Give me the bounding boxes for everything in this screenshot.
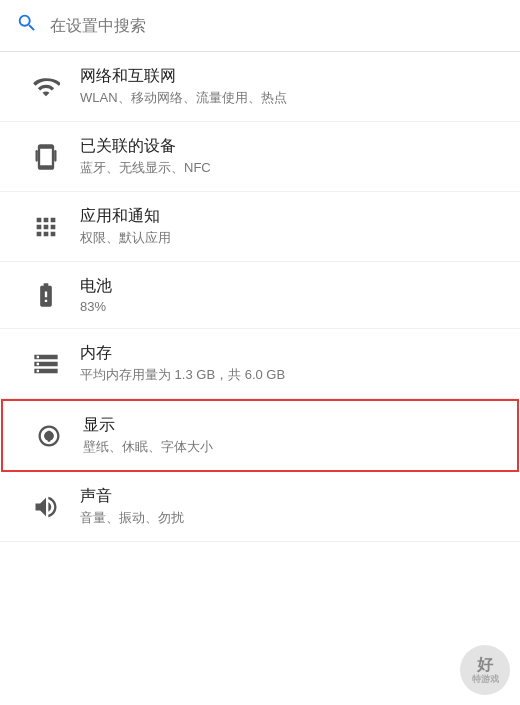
settings-item-battery[interactable]: 电池 83%: [0, 262, 520, 329]
apps-subtitle: 权限、默认应用: [80, 229, 171, 247]
sound-title: 声音: [80, 486, 184, 507]
apps-text: 应用和通知 权限、默认应用: [80, 206, 171, 247]
settings-item-apps[interactable]: 应用和通知 权限、默认应用: [0, 192, 520, 262]
watermark: 好 特游戏: [460, 645, 510, 695]
devices-subtitle: 蓝牙、无线显示、NFC: [80, 159, 211, 177]
search-icon: [16, 12, 38, 39]
network-text: 网络和互联网 WLAN、移动网络、流量使用、热点: [80, 66, 287, 107]
search-bar[interactable]: [0, 0, 520, 52]
settings-item-storage[interactable]: 内存 平均内存用量为 1.3 GB，共 6.0 GB: [0, 329, 520, 399]
sound-subtitle: 音量、振动、勿扰: [80, 509, 184, 527]
sound-text: 声音 音量、振动、勿扰: [80, 486, 184, 527]
wifi-icon: [20, 73, 72, 101]
storage-text: 内存 平均内存用量为 1.3 GB，共 6.0 GB: [80, 343, 285, 384]
sound-icon: [20, 493, 72, 521]
devices-text: 已关联的设备 蓝牙、无线显示、NFC: [80, 136, 211, 177]
display-icon: [23, 422, 75, 450]
display-subtitle: 壁纸、休眠、字体大小: [83, 438, 213, 456]
apps-title: 应用和通知: [80, 206, 171, 227]
storage-icon: [20, 350, 72, 378]
settings-item-network[interactable]: 网络和互联网 WLAN、移动网络、流量使用、热点: [0, 52, 520, 122]
battery-icon: [20, 281, 72, 309]
battery-text: 电池 83%: [80, 276, 112, 314]
settings-item-display[interactable]: 显示 壁纸、休眠、字体大小: [1, 399, 519, 472]
network-subtitle: WLAN、移动网络、流量使用、热点: [80, 89, 287, 107]
network-title: 网络和互联网: [80, 66, 287, 87]
display-title: 显示: [83, 415, 213, 436]
devices-title: 已关联的设备: [80, 136, 211, 157]
settings-item-connected-devices[interactable]: 已关联的设备 蓝牙、无线显示、NFC: [0, 122, 520, 192]
display-text: 显示 壁纸、休眠、字体大小: [83, 415, 213, 456]
settings-list: 网络和互联网 WLAN、移动网络、流量使用、热点 已关联的设备 蓝牙、无线显示、…: [0, 52, 520, 542]
storage-title: 内存: [80, 343, 285, 364]
apps-icon: [20, 213, 72, 241]
storage-subtitle: 平均内存用量为 1.3 GB，共 6.0 GB: [80, 366, 285, 384]
svg-rect-1: [54, 150, 56, 162]
svg-rect-0: [36, 150, 38, 162]
battery-title: 电池: [80, 276, 112, 297]
battery-subtitle: 83%: [80, 299, 112, 314]
settings-item-sound[interactable]: 声音 音量、振动、勿扰: [0, 472, 520, 542]
search-input[interactable]: [50, 17, 504, 35]
devices-icon: [20, 143, 72, 171]
